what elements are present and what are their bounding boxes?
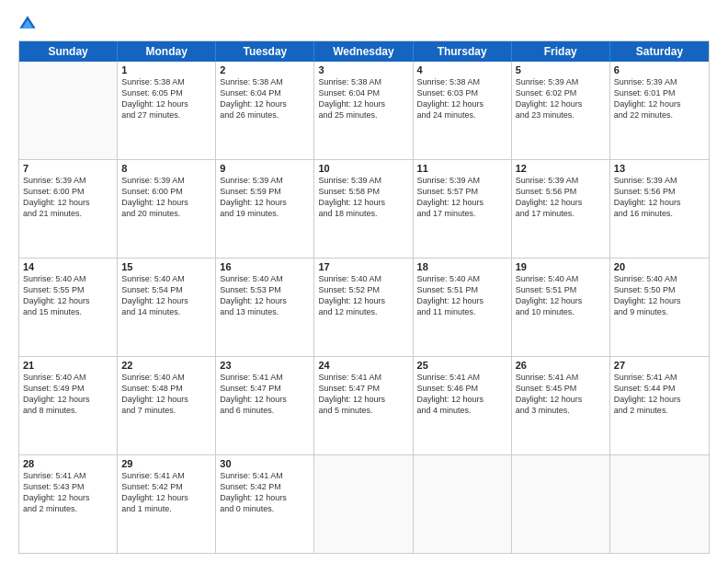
- day-number: 17: [318, 261, 408, 272]
- calendar-cell: 22Sunrise: 5:40 AM Sunset: 5:48 PM Dayli…: [118, 357, 216, 454]
- day-number: 16: [220, 261, 310, 272]
- calendar-cell: 20Sunrise: 5:40 AM Sunset: 5:50 PM Dayli…: [610, 259, 709, 356]
- weekday-header: Saturday: [610, 41, 709, 62]
- calendar-cell: 30Sunrise: 5:41 AM Sunset: 5:42 PM Dayli…: [216, 455, 314, 553]
- day-number: 28: [23, 458, 113, 469]
- calendar-cell: 4Sunrise: 5:38 AM Sunset: 6:03 PM Daylig…: [414, 62, 512, 159]
- page: SundayMondayTuesdayWednesdayThursdayFrid…: [0, 0, 728, 563]
- day-number: 11: [417, 163, 507, 174]
- calendar-body: 1Sunrise: 5:38 AM Sunset: 6:05 PM Daylig…: [19, 62, 709, 553]
- calendar-cell: 19Sunrise: 5:40 AM Sunset: 5:51 PM Dayli…: [512, 259, 610, 356]
- cell-info: Sunrise: 5:39 AM Sunset: 6:00 PM Dayligh…: [121, 175, 211, 220]
- cell-info: Sunrise: 5:38 AM Sunset: 6:03 PM Dayligh…: [417, 76, 507, 121]
- day-number: 26: [516, 360, 606, 371]
- cell-info: Sunrise: 5:39 AM Sunset: 5:57 PM Dayligh…: [417, 175, 507, 220]
- calendar-cell: 27Sunrise: 5:41 AM Sunset: 5:44 PM Dayli…: [610, 357, 709, 454]
- day-number: 6: [614, 64, 705, 75]
- calendar-cell: 12Sunrise: 5:39 AM Sunset: 5:56 PM Dayli…: [512, 160, 610, 258]
- calendar-cell: 17Sunrise: 5:40 AM Sunset: 5:52 PM Dayli…: [314, 259, 413, 356]
- cell-info: Sunrise: 5:38 AM Sunset: 6:04 PM Dayligh…: [220, 76, 310, 121]
- cell-info: Sunrise: 5:39 AM Sunset: 5:56 PM Dayligh…: [614, 175, 705, 220]
- cell-info: Sunrise: 5:41 AM Sunset: 5:47 PM Dayligh…: [318, 372, 408, 417]
- calendar-row: 28Sunrise: 5:41 AM Sunset: 5:43 PM Dayli…: [19, 454, 709, 553]
- cell-info: Sunrise: 5:40 AM Sunset: 5:53 PM Dayligh…: [220, 273, 310, 318]
- weekday-header: Friday: [512, 41, 610, 62]
- day-number: 9: [220, 163, 310, 174]
- day-number: 23: [220, 360, 310, 371]
- day-number: 14: [23, 261, 113, 272]
- weekday-header: Wednesday: [314, 41, 413, 62]
- day-number: 19: [516, 261, 606, 272]
- cell-info: Sunrise: 5:40 AM Sunset: 5:51 PM Dayligh…: [516, 273, 606, 318]
- calendar-cell: 21Sunrise: 5:40 AM Sunset: 5:49 PM Dayli…: [19, 357, 118, 454]
- calendar-cell: 15Sunrise: 5:40 AM Sunset: 5:54 PM Dayli…: [118, 259, 216, 356]
- day-number: 24: [318, 360, 408, 371]
- logo-icon: [18, 15, 37, 33]
- cell-info: Sunrise: 5:40 AM Sunset: 5:49 PM Dayligh…: [23, 372, 113, 417]
- calendar-cell: 11Sunrise: 5:39 AM Sunset: 5:57 PM Dayli…: [414, 160, 512, 258]
- day-number: 20: [614, 261, 705, 272]
- day-number: 12: [516, 163, 606, 174]
- calendar-cell: [19, 62, 118, 159]
- weekday-header: Thursday: [414, 41, 512, 62]
- weekday-header: Tuesday: [216, 41, 314, 62]
- day-number: 15: [121, 261, 211, 272]
- cell-info: Sunrise: 5:40 AM Sunset: 5:51 PM Dayligh…: [417, 273, 507, 318]
- calendar-cell: 26Sunrise: 5:41 AM Sunset: 5:45 PM Dayli…: [512, 357, 610, 454]
- weekday-header: Sunday: [19, 41, 118, 62]
- calendar-cell: 1Sunrise: 5:38 AM Sunset: 6:05 PM Daylig…: [118, 62, 216, 159]
- day-number: 30: [220, 458, 310, 469]
- cell-info: Sunrise: 5:41 AM Sunset: 5:44 PM Dayligh…: [614, 372, 705, 417]
- cell-info: Sunrise: 5:39 AM Sunset: 5:58 PM Dayligh…: [318, 175, 408, 220]
- calendar-row: 14Sunrise: 5:40 AM Sunset: 5:55 PM Dayli…: [19, 258, 709, 356]
- calendar-row: 1Sunrise: 5:38 AM Sunset: 6:05 PM Daylig…: [19, 62, 709, 159]
- cell-info: Sunrise: 5:39 AM Sunset: 5:56 PM Dayligh…: [516, 175, 606, 220]
- calendar-row: 21Sunrise: 5:40 AM Sunset: 5:49 PM Dayli…: [19, 356, 709, 454]
- calendar-cell: 28Sunrise: 5:41 AM Sunset: 5:43 PM Dayli…: [19, 455, 118, 553]
- calendar-cell: 2Sunrise: 5:38 AM Sunset: 6:04 PM Daylig…: [216, 62, 314, 159]
- day-number: 4: [417, 64, 507, 75]
- calendar-cell: 23Sunrise: 5:41 AM Sunset: 5:47 PM Dayli…: [216, 357, 314, 454]
- day-number: 22: [121, 360, 211, 371]
- cell-info: Sunrise: 5:40 AM Sunset: 5:52 PM Dayligh…: [318, 273, 408, 318]
- calendar-cell: 18Sunrise: 5:40 AM Sunset: 5:51 PM Dayli…: [414, 259, 512, 356]
- day-number: 29: [121, 458, 211, 469]
- day-number: 5: [516, 64, 606, 75]
- cell-info: Sunrise: 5:41 AM Sunset: 5:42 PM Dayligh…: [121, 470, 211, 515]
- cell-info: Sunrise: 5:41 AM Sunset: 5:43 PM Dayligh…: [23, 470, 113, 515]
- calendar-cell: [414, 455, 512, 553]
- logo: [18, 15, 40, 33]
- day-number: 13: [614, 163, 705, 174]
- calendar-cell: [314, 455, 413, 553]
- calendar-cell: 8Sunrise: 5:39 AM Sunset: 6:00 PM Daylig…: [118, 160, 216, 258]
- cell-info: Sunrise: 5:40 AM Sunset: 5:54 PM Dayligh…: [121, 273, 211, 318]
- calendar-cell: 10Sunrise: 5:39 AM Sunset: 5:58 PM Dayli…: [314, 160, 413, 258]
- cell-info: Sunrise: 5:39 AM Sunset: 6:02 PM Dayligh…: [516, 76, 606, 121]
- cell-info: Sunrise: 5:41 AM Sunset: 5:47 PM Dayligh…: [220, 372, 310, 417]
- day-number: 3: [318, 64, 408, 75]
- day-number: 21: [23, 360, 113, 371]
- calendar-cell: 6Sunrise: 5:39 AM Sunset: 6:01 PM Daylig…: [610, 62, 709, 159]
- day-number: 10: [318, 163, 408, 174]
- calendar: SundayMondayTuesdayWednesdayThursdayFrid…: [18, 40, 710, 554]
- calendar-row: 7Sunrise: 5:39 AM Sunset: 6:00 PM Daylig…: [19, 159, 709, 258]
- cell-info: Sunrise: 5:41 AM Sunset: 5:42 PM Dayligh…: [220, 470, 310, 515]
- cell-info: Sunrise: 5:39 AM Sunset: 6:01 PM Dayligh…: [614, 76, 705, 121]
- day-number: 1: [121, 64, 211, 75]
- cell-info: Sunrise: 5:41 AM Sunset: 5:46 PM Dayligh…: [417, 372, 507, 417]
- day-number: 2: [220, 64, 310, 75]
- calendar-cell: 16Sunrise: 5:40 AM Sunset: 5:53 PM Dayli…: [216, 259, 314, 356]
- calendar-cell: 13Sunrise: 5:39 AM Sunset: 5:56 PM Dayli…: [610, 160, 709, 258]
- calendar-cell: 3Sunrise: 5:38 AM Sunset: 6:04 PM Daylig…: [314, 62, 413, 159]
- cell-info: Sunrise: 5:40 AM Sunset: 5:50 PM Dayligh…: [614, 273, 705, 318]
- weekday-header: Monday: [118, 41, 216, 62]
- calendar-cell: 5Sunrise: 5:39 AM Sunset: 6:02 PM Daylig…: [512, 62, 610, 159]
- cell-info: Sunrise: 5:39 AM Sunset: 5:59 PM Dayligh…: [220, 175, 310, 220]
- day-number: 8: [121, 163, 211, 174]
- calendar-cell: 7Sunrise: 5:39 AM Sunset: 6:00 PM Daylig…: [19, 160, 118, 258]
- cell-info: Sunrise: 5:38 AM Sunset: 6:05 PM Dayligh…: [121, 76, 211, 121]
- day-number: 7: [23, 163, 113, 174]
- cell-info: Sunrise: 5:38 AM Sunset: 6:04 PM Dayligh…: [318, 76, 408, 121]
- day-number: 18: [417, 261, 507, 272]
- day-number: 25: [417, 360, 507, 371]
